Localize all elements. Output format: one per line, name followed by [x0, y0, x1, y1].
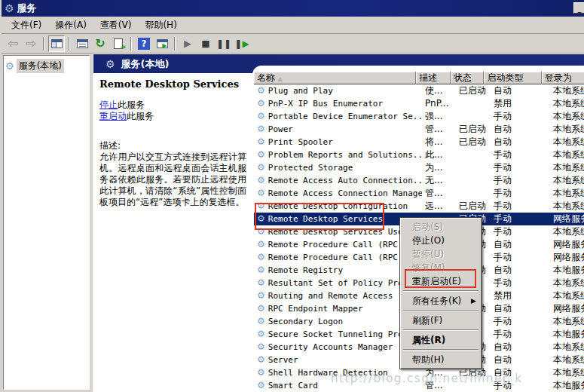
table-row[interactable]: ⚙Portable Device Enumerator Se...强...手动本…	[254, 110, 584, 123]
start-service-button[interactable]: ▶	[179, 35, 196, 52]
show-console-tree-button[interactable]	[48, 35, 65, 52]
menu-item-暂停U[interactable]: 暂停(U)	[402, 247, 480, 261]
service-gear-icon: ⚙	[257, 150, 265, 160]
service-name: Remote Procedure Call (RPC)	[268, 251, 403, 264]
column-header-0[interactable]: 名称 ▲	[254, 72, 416, 84]
sort-ascending-icon: ▲	[278, 75, 283, 82]
service-desc-cell: 此...	[422, 149, 457, 161]
console-tree-panel: ⚙ 服务(本地)	[3, 55, 90, 390]
service-logon-cell: 本地系统	[552, 187, 584, 200]
help-button[interactable]: ?	[136, 35, 152, 52]
menu-separator	[403, 349, 479, 351]
tree-item-services-local[interactable]: ⚙ 服务(本地)	[5, 59, 87, 73]
column-header-1[interactable]: 描述	[416, 72, 451, 84]
stop-service-link[interactable]: 停止	[99, 100, 118, 110]
column-header-2[interactable]: 状态	[451, 72, 485, 84]
selected-service-title: Remote Desktop Services	[99, 78, 246, 90]
service-name: Smart Card	[268, 379, 318, 392]
service-startup-cell: 手动	[492, 149, 552, 161]
properties-icon	[77, 39, 88, 48]
service-status-cell	[457, 187, 492, 200]
table-row[interactable]: ⚙Remote Access Auto Connection...无...手动本…	[254, 174, 584, 187]
service-name-cell: ⚙Resultant Set of Policy Prov	[254, 277, 422, 289]
menu-item-停止O[interactable]: 停止(O)	[402, 234, 480, 247]
service-gear-icon: ⚙	[257, 253, 265, 262]
help-icon: ?	[138, 38, 150, 50]
service-name: Secondary Logon	[268, 315, 343, 328]
menu-item-所有任务K[interactable]: 所有任务(K)▶	[402, 294, 480, 308]
table-row[interactable]: ⚙Plug and Play使...已启动自动本地系统	[254, 84, 584, 97]
menu-item-帮助H[interactable]: 帮助(H)	[402, 353, 480, 366]
service-logon-cell: 本地系统	[552, 225, 584, 238]
table-row[interactable]: ⚙Protected Storage为...手动本地系统	[254, 161, 584, 174]
service-startup-cell: 自动	[492, 341, 552, 354]
service-startup-cell: 手动	[492, 328, 552, 341]
service-logon-cell: 本地系统	[552, 315, 584, 328]
pause-service-button[interactable]: ❚❚	[216, 35, 232, 52]
service-desc-cell: 强...	[422, 110, 457, 123]
services-gear-icon: ⚙	[5, 61, 14, 71]
service-desc-cell: 将...	[422, 136, 457, 149]
service-name: Portable Device Enumerator Se...	[268, 110, 422, 123]
service-name-cell: ⚙Security Accounts Manager	[254, 341, 422, 354]
column-header-4[interactable]: 登录为	[542, 72, 584, 84]
service-startup-cell: 自动	[492, 123, 552, 136]
service-logon-cell: 本地系统	[552, 136, 584, 149]
forward-button[interactable]: ⇨	[23, 35, 39, 52]
restart-service-line: 重启动此服务	[99, 111, 246, 122]
menu-item-启动S[interactable]: 启动(S)	[402, 220, 480, 234]
service-startup-cell: 手动	[492, 174, 552, 187]
service-name-cell: ⚙Server	[254, 354, 422, 366]
show-extended-view-button[interactable]	[154, 35, 170, 52]
restart-service-button[interactable]: ❚▶	[234, 35, 250, 52]
extended-view-icon	[157, 39, 168, 48]
service-gear-icon: ⚙	[257, 291, 265, 301]
service-status-cell: 已启动	[457, 200, 492, 213]
properties-button[interactable]	[74, 35, 90, 52]
menu-item-属性R[interactable]: 属性(R)	[402, 333, 480, 347]
toolbar-separator	[43, 37, 44, 51]
refresh-icon: ↻	[95, 36, 105, 51]
back-button[interactable]: ⇦	[5, 35, 21, 52]
stop-service-button[interactable]: ■	[197, 35, 214, 52]
service-status-cell: 已启动	[457, 123, 492, 136]
menu-action[interactable]: 操作(A)	[48, 17, 93, 33]
tree-item-label: 服务(本地)	[17, 59, 64, 73]
service-status-cell	[457, 110, 492, 123]
export-list-button[interactable]	[110, 35, 127, 52]
service-startup-cell: 手动	[492, 225, 552, 238]
service-startup-cell: 手动	[492, 315, 552, 328]
service-name-cell: ⚙Remote Access Connection Manager	[254, 187, 422, 200]
title-bar[interactable]: ⚙ 服务 _	[2, 0, 584, 17]
menu-help[interactable]: 帮助(H)	[138, 17, 183, 33]
service-name: Remote Registry	[268, 264, 343, 277]
annotation-red-box-service-row	[255, 203, 384, 230]
menu-item-刷新F[interactable]: 刷新(F)	[402, 314, 480, 327]
refresh-button[interactable]: ↻	[92, 35, 109, 52]
service-gear-icon: ⚙	[257, 381, 265, 390]
service-gear-icon: ⚙	[257, 86, 265, 96]
table-row[interactable]: ⚙Print Spooler将...已启动自动本地系统	[254, 136, 584, 149]
service-name: PnP-X IP Bus Enumerator	[268, 97, 383, 110]
restart-service-link[interactable]: 重启动	[99, 111, 127, 121]
menu-file[interactable]: 文件(F)	[5, 17, 48, 33]
service-name-cell: ⚙Protected Storage	[254, 161, 422, 174]
forward-arrow-icon: ⇨	[26, 37, 36, 50]
table-row[interactable]: ⚙Problem Reports and Solutions...此...手动本…	[254, 149, 584, 161]
service-startup-cell: 自动	[492, 264, 552, 277]
service-gear-icon: ⚙	[257, 304, 265, 314]
service-status-cell	[457, 149, 492, 161]
minimize-button[interactable]: _	[573, 2, 584, 14]
service-gear-icon: ⚙	[257, 188, 265, 198]
column-header-3[interactable]: 启动类型	[484, 72, 541, 84]
table-row[interactable]: ⚙Power管...已启动自动本地系统	[254, 123, 584, 136]
menu-view[interactable]: 查看(V)	[93, 17, 139, 33]
service-desc-cell: 远...	[422, 200, 457, 213]
service-logon-cell: 本地服务	[552, 379, 584, 392]
table-row[interactable]: ⚙PnP-X IP Bus EnumeratorPnP...禁用本地系统	[254, 97, 584, 110]
service-name: Security Accounts Manager	[268, 341, 393, 354]
table-row[interactable]: ⚙Remote Access Connection Manager管...手动本…	[254, 187, 584, 200]
service-startup-cell: 自动	[492, 136, 552, 149]
service-status-cell: 已启动	[457, 136, 492, 149]
service-startup-cell: 手动	[492, 277, 552, 289]
